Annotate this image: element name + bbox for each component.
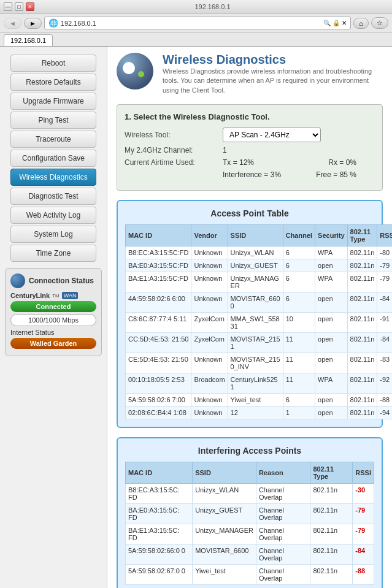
ap-mac: CC:5D:4E:53: 21:50 [126, 333, 191, 353]
page-title: Wireless Diagnostics [163, 53, 383, 67]
int-rssi: -84 [353, 544, 374, 565]
channel-label: My 2.4GHz Channel: [125, 146, 223, 155]
sidebar-item-reboot[interactable]: Reboot [10, 55, 96, 72]
ap-col-rssi: RSSI [377, 225, 392, 246]
ap-mac: 00:10:18:05:5 2:53 [126, 373, 191, 394]
sidebar-item-upgrade-firmware[interactable]: Upgrade Firmware [10, 93, 96, 110]
close-btn[interactable]: ✕ [26, 2, 34, 11]
interference-row: Interference = 3% Free = 85 % [125, 170, 375, 179]
sidebar-item-web-activity-log[interactable]: Web Activity Log [10, 207, 96, 224]
lock-icon: 🔒 [332, 20, 340, 26]
ap-type: 802.11n [347, 333, 377, 353]
ap-rssi: -94 [377, 407, 392, 419]
ap-rssi: -79 [377, 259, 392, 272]
channel-row: My 2.4GHz Channel: 1 [125, 146, 375, 155]
ap-channel: 11 [283, 373, 315, 394]
home-button[interactable]: ⌂ [353, 18, 369, 29]
ap-type: 802.11n [347, 272, 377, 292]
ap-channel: 6 [283, 272, 315, 292]
table-row: 5A:59:58:02:66:0 0 MOVISTAR_6600 Channel… [126, 544, 374, 565]
wireless-diag-icon [117, 53, 153, 90]
ap-security: open [315, 353, 347, 373]
int-rssi: -79 [353, 524, 374, 544]
forward-button[interactable]: ► [24, 18, 42, 29]
sidebar-item-traceroute[interactable]: Traceroute [10, 131, 96, 148]
browser-tabs: 192.168.0.1 [0, 32, 392, 46]
ap-mac: BA:E0:A3:15:5C:FD [126, 259, 191, 272]
int-reason: Channel Overlap [256, 484, 310, 504]
ap-channel: 6 [283, 246, 315, 259]
int-ssid: Unizyx_WLAN [193, 484, 256, 504]
ap-type: 802.11n [347, 292, 377, 313]
sidebar: Reboot Restore Defaults Upgrade Firmware… [0, 47, 107, 588]
browser-nav: ◄ ► 🌐 192.168.0.1 🔍 🔒 ✕ ⌂ ☆ [0, 14, 392, 32]
ap-vendor: Unknown [191, 292, 228, 313]
ap-security: WPA [315, 272, 347, 292]
ap-table: MAC ID Vendor SSID Channel Security 802.… [125, 224, 392, 419]
interfering-table: MAC ID SSID Reason 802.11 Type RSSI B8:E… [125, 462, 374, 585]
diag-section-title: 1. Select the Wireless Diagnostic Tool. [125, 112, 375, 121]
ap-security: open [315, 313, 347, 333]
table-row: BA:E0:A3:15:5C: FD Unizyx_GUEST Channel … [126, 504, 374, 524]
sidebar-item-restore-defaults[interactable]: Restore Defaults [10, 74, 96, 91]
int-mac: BA:E1:A3:15:5C: FD [126, 524, 193, 544]
sidebar-item-system-log[interactable]: System Log [10, 226, 96, 243]
browser-tab[interactable]: 192.168.0.1 [4, 34, 53, 46]
wireless-tool-select[interactable]: AP Scan - 2.4GHz [223, 128, 321, 142]
ap-rssi: -92 [377, 373, 392, 394]
ap-col-ssid: SSID [228, 225, 283, 246]
content-area: Wireless Diagnostics Wireless Diagnostic… [107, 47, 392, 588]
connection-icon [10, 273, 25, 288]
window-title: 192.168.0.1 [37, 3, 388, 10]
ap-ssid: MOVISTAR_215 1 [228, 333, 283, 353]
ap-mac: CE:5D:4E:53: 21:50 [126, 353, 191, 373]
ap-ssid: Unizyx_WLAN [228, 246, 283, 259]
int-mac: 5A:59:58:02:66:0 0 [126, 544, 193, 565]
int-col-mac: MAC ID [126, 462, 193, 484]
diag-tool-section: 1. Select the Wireless Diagnostic Tool. … [117, 104, 383, 191]
ap-ssid: MOVISTAR_660 0 [228, 292, 283, 313]
table-row: 5A:59:58:02:67:0 0 Yiwei_test Channel Ov… [126, 565, 374, 585]
page-description: Wireless Diagnostics provide wireless in… [163, 67, 383, 95]
back-button[interactable]: ◄ [4, 18, 21, 29]
isp-name: CenturyLink [10, 292, 50, 299]
sidebar-item-wireless-diag[interactable]: Wireless Diagnostics [10, 169, 96, 186]
ap-mac: 02:08:6C:B4:4 1:08 [126, 407, 191, 419]
wan-badge: WAN [62, 292, 79, 299]
minimize-btn[interactable]: — [4, 2, 12, 11]
int-col-type: 802.11 Type [310, 462, 353, 484]
page-header: Wireless Diagnostics Wireless Diagnostic… [117, 53, 383, 95]
int-ssid: MOVISTAR_6600 [193, 544, 256, 565]
ap-type: 802.11n [347, 246, 377, 259]
main-layout: Reboot Restore Defaults Upgrade Firmware… [0, 47, 392, 588]
wireless-tool-row: Wireless Tool: AP Scan - 2.4GHz [125, 128, 375, 142]
internet-status-label: Internet Status [10, 329, 96, 336]
int-ssid: Unizyx_GUEST [193, 504, 256, 524]
ap-security: open [315, 333, 347, 353]
ap-table-section: Access Point Table MAC ID Vendor SSID Ch… [117, 200, 383, 428]
ap-col-vendor: Vendor [191, 225, 228, 246]
ap-type: 802.11n [347, 373, 377, 394]
header-text: Wireless Diagnostics Wireless Diagnostic… [163, 53, 383, 95]
table-row: CE:5D:4E:53: 21:50 Unknown MOVISTAR_215 … [126, 353, 393, 373]
sidebar-item-config-save[interactable]: Configuration Save [10, 150, 96, 167]
sidebar-item-time-zone[interactable]: Time Zone [10, 245, 96, 262]
star-button[interactable]: ☆ [371, 17, 388, 29]
interfering-table-section: Interfering Access Points MAC ID SSID Re… [117, 437, 383, 588]
table-row: 4A:59:58:02:6 6:00 Unknown MOVISTAR_660 … [126, 292, 393, 313]
airtime-label: Current Airtime Used: [125, 158, 223, 167]
ap-security: open [315, 394, 347, 407]
ap-vendor: Unknown [191, 246, 228, 259]
wireless-tool-label: Wireless Tool: [125, 131, 223, 139]
int-type: 802.11n [310, 504, 353, 524]
sidebar-item-ping-test[interactable]: Ping Test [10, 112, 96, 129]
maximize-btn[interactable]: □ [15, 2, 23, 11]
table-row: C8:6C:87:77:4 5:11 ZyxelCom MMA_SW1_558 … [126, 313, 393, 333]
ap-ssid: Unizyx_GUEST [228, 259, 283, 272]
address-bar[interactable]: 🌐 192.168.0.1 🔍 🔒 ✕ [44, 17, 352, 29]
ap-col-security: Security [315, 225, 347, 246]
table-row: BA:E1:A3:15:5C:FD Unknown Unizyx_MANAG E… [126, 272, 393, 292]
sidebar-item-diagnostic-test[interactable]: Diagnostic Test [10, 188, 96, 205]
table-row: B8:EC:A3:15:5C: FD Unizyx_WLAN Channel O… [126, 484, 374, 504]
int-mac: B8:EC:A3:15:5C: FD [126, 484, 193, 504]
